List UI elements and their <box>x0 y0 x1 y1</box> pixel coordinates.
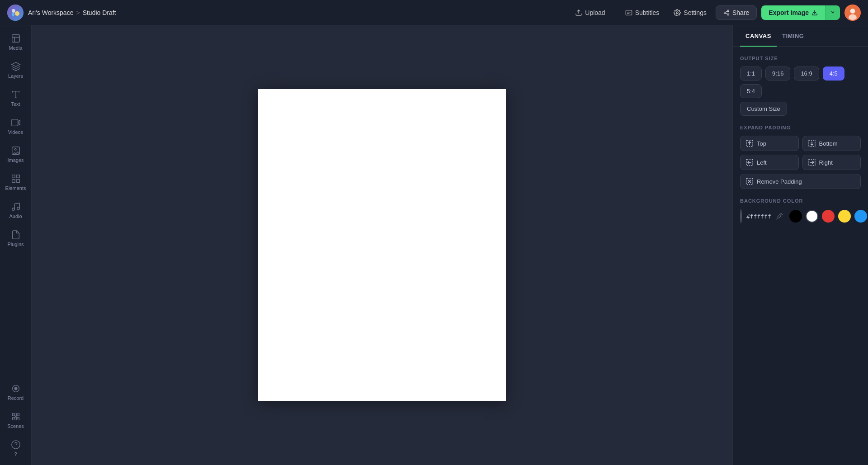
project-name[interactable]: Studio Draft <box>83 9 116 16</box>
workspace-avatar[interactable] <box>7 5 24 21</box>
swatch-yellow[interactable] <box>838 210 851 223</box>
sidebar-item-elements[interactable]: Elements <box>2 169 29 195</box>
padding-top-icon <box>746 140 753 147</box>
swatch-white[interactable] <box>806 210 818 223</box>
settings-button[interactable]: Settings <box>669 6 711 19</box>
workspace-name[interactable]: Ari's Workspace <box>28 9 73 16</box>
tab-timing[interactable]: TIMING <box>777 25 810 47</box>
color-preview-swatch[interactable] <box>740 209 742 223</box>
sidebar-item-record[interactable]: Record <box>2 379 29 405</box>
svg-point-33 <box>11 441 19 449</box>
sidebar-item-videos[interactable]: Videos <box>2 113 29 139</box>
subtitles-button[interactable]: Subtitles <box>621 6 664 19</box>
canvas-area <box>32 25 732 465</box>
audio-icon <box>11 202 21 212</box>
export-icon <box>811 9 818 16</box>
size-btn-9-16[interactable]: 9:16 <box>765 66 790 81</box>
sidebar-item-text-label: Text <box>11 101 20 107</box>
export-dropdown-button[interactable] <box>825 5 840 20</box>
export-button[interactable]: Export Image <box>761 5 825 20</box>
svg-point-10 <box>727 14 729 15</box>
sidebar-item-layers[interactable]: Layers <box>2 57 29 83</box>
sidebar-item-help-label: ? <box>14 451 17 457</box>
output-size-section: OUTPUT SIZE 1:1 9:16 16:9 4:5 5:4 Custom… <box>740 56 861 116</box>
remove-padding-icon <box>746 178 753 185</box>
sidebar-item-videos-label: Videos <box>8 129 23 135</box>
canvas[interactable] <box>258 89 506 401</box>
size-buttons: 1:1 9:16 16:9 4:5 5:4 <box>740 66 861 98</box>
padding-bottom-label: Bottom <box>819 140 838 147</box>
upload-label: Upload <box>585 9 605 16</box>
sidebar-item-scenes[interactable]: Scenes <box>2 407 29 433</box>
background-color-label: BACKGROUND COLOR <box>740 198 861 204</box>
swatch-red[interactable] <box>822 210 835 223</box>
eyedropper-icon <box>776 213 783 220</box>
padding-left-label: Left <box>757 159 767 166</box>
subtitles-label: Subtitles <box>635 9 660 16</box>
sidebar-item-record-label: Record <box>8 395 24 401</box>
svg-point-29 <box>12 208 14 211</box>
chevron-down-icon <box>830 9 835 15</box>
sidebar-item-images-label: Images <box>7 157 24 163</box>
svg-rect-28 <box>16 180 19 182</box>
custom-size-button[interactable]: Custom Size <box>740 102 787 116</box>
sidebar-item-images[interactable]: Images <box>2 141 29 167</box>
share-button[interactable]: Share <box>716 5 757 20</box>
svg-point-8 <box>727 10 729 12</box>
export-group: Export Image <box>761 5 840 20</box>
sidebar-item-scenes-label: Scenes <box>7 423 24 429</box>
videos-icon <box>11 118 21 128</box>
padding-left-icon <box>746 159 753 166</box>
size-btn-4-5[interactable]: 4:5 <box>823 66 844 81</box>
body: Media Layers Text Videos <box>0 25 868 465</box>
upload-button[interactable]: Upload <box>571 6 609 19</box>
svg-rect-17 <box>12 35 19 43</box>
size-btn-5-4[interactable]: 5:4 <box>740 84 762 98</box>
svg-point-32 <box>14 387 17 390</box>
sidebar-item-text[interactable]: Text <box>2 85 29 111</box>
svg-rect-25 <box>12 175 14 178</box>
padding-bottom-icon <box>808 140 816 147</box>
sidebar-item-audio-label: Audio <box>9 214 22 219</box>
expand-padding-section: EXPAND PADDING Top <box>740 125 861 189</box>
padding-top-button[interactable]: Top <box>740 136 799 151</box>
images-icon <box>11 146 21 156</box>
sidebar-item-elements-label: Elements <box>5 185 26 191</box>
sidebar-item-media[interactable]: Media <box>2 29 29 55</box>
svg-point-9 <box>724 12 726 14</box>
svg-point-1 <box>12 9 15 13</box>
sidebar-item-plugins[interactable]: Plugins <box>2 225 29 251</box>
sidebar-item-media-label: Media <box>9 45 23 51</box>
sidebar-item-plugins-label: Plugins <box>7 242 24 247</box>
sidebar-item-audio[interactable]: Audio <box>2 197 29 223</box>
padding-left-button[interactable]: Left <box>740 155 799 170</box>
share-icon <box>723 9 730 16</box>
svg-line-12 <box>726 11 727 12</box>
sidebar: Media Layers Text Videos <box>0 25 32 465</box>
upload-icon <box>575 9 582 16</box>
export-label: Export Image <box>769 9 809 16</box>
padding-bottom-button[interactable]: Bottom <box>802 136 861 151</box>
padding-right-button[interactable]: Right <box>802 155 861 170</box>
svg-marker-18 <box>11 62 19 66</box>
swatch-blue[interactable] <box>854 210 867 223</box>
size-btn-1-1[interactable]: 1:1 <box>740 66 762 81</box>
color-picker-button[interactable] <box>776 211 783 222</box>
sidebar-item-help[interactable]: ? <box>2 435 29 461</box>
header-center: Upload Subtitles <box>571 6 664 19</box>
padding-grid: Top Bottom <box>740 136 861 189</box>
padding-right-icon <box>808 159 816 166</box>
padding-top-label: Top <box>757 140 766 147</box>
size-btn-16-9[interactable]: 16:9 <box>794 66 819 81</box>
panel-content: OUTPUT SIZE 1:1 9:16 16:9 4:5 5:4 Custom… <box>733 47 868 232</box>
svg-point-30 <box>17 207 19 210</box>
swatch-black[interactable] <box>789 210 802 223</box>
scenes-icon <box>11 412 21 422</box>
sidebar-item-layers-label: Layers <box>8 73 23 79</box>
layers-icon <box>11 62 21 71</box>
remove-padding-button[interactable]: Remove Padding <box>740 174 861 189</box>
padding-right-label: Right <box>819 159 833 166</box>
tab-canvas[interactable]: CANVAS <box>740 25 777 47</box>
user-avatar[interactable] <box>844 5 861 21</box>
text-icon <box>11 90 21 100</box>
